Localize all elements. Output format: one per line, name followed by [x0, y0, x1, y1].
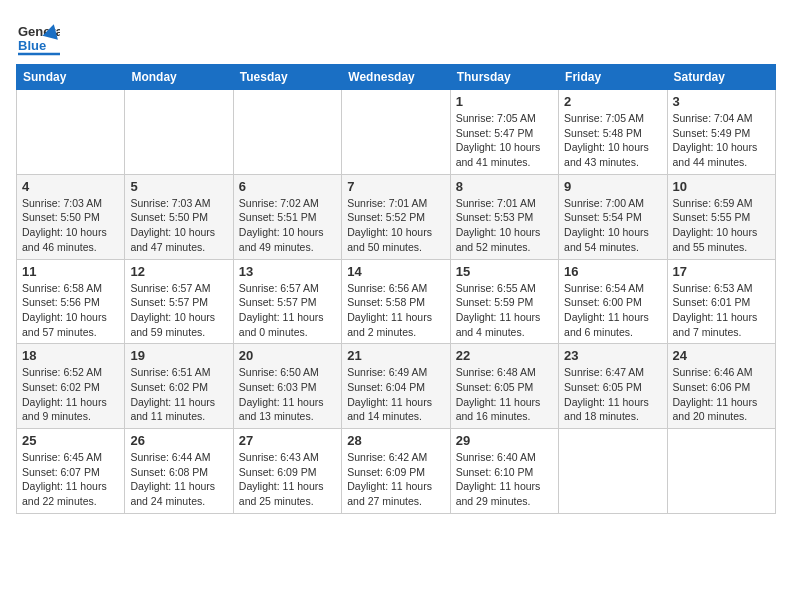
day-details: Sunrise: 6:46 AM Sunset: 6:06 PM Dayligh… [673, 365, 770, 424]
day-number: 26 [130, 433, 227, 448]
day-number: 10 [673, 179, 770, 194]
day-details: Sunrise: 6:55 AM Sunset: 5:59 PM Dayligh… [456, 281, 553, 340]
calendar-cell: 11Sunrise: 6:58 AM Sunset: 5:56 PM Dayli… [17, 259, 125, 344]
calendar-header: SundayMondayTuesdayWednesdayThursdayFrid… [17, 65, 776, 90]
week-row-4: 18Sunrise: 6:52 AM Sunset: 6:02 PM Dayli… [17, 344, 776, 429]
week-row-5: 25Sunrise: 6:45 AM Sunset: 6:07 PM Dayli… [17, 429, 776, 514]
day-number: 4 [22, 179, 119, 194]
day-details: Sunrise: 6:53 AM Sunset: 6:01 PM Dayligh… [673, 281, 770, 340]
day-number: 15 [456, 264, 553, 279]
calendar-cell: 26Sunrise: 6:44 AM Sunset: 6:08 PM Dayli… [125, 429, 233, 514]
day-number: 7 [347, 179, 444, 194]
day-details: Sunrise: 7:05 AM Sunset: 5:48 PM Dayligh… [564, 111, 661, 170]
day-details: Sunrise: 6:47 AM Sunset: 6:05 PM Dayligh… [564, 365, 661, 424]
calendar-cell: 28Sunrise: 6:42 AM Sunset: 6:09 PM Dayli… [342, 429, 450, 514]
day-details: Sunrise: 6:57 AM Sunset: 5:57 PM Dayligh… [239, 281, 336, 340]
page-header: General Blue [16, 16, 776, 60]
calendar-cell: 19Sunrise: 6:51 AM Sunset: 6:02 PM Dayli… [125, 344, 233, 429]
day-header-friday: Friday [559, 65, 667, 90]
day-details: Sunrise: 7:01 AM Sunset: 5:53 PM Dayligh… [456, 196, 553, 255]
calendar-cell: 2Sunrise: 7:05 AM Sunset: 5:48 PM Daylig… [559, 90, 667, 175]
day-header-monday: Monday [125, 65, 233, 90]
day-number: 5 [130, 179, 227, 194]
day-number: 20 [239, 348, 336, 363]
day-header-tuesday: Tuesday [233, 65, 341, 90]
day-details: Sunrise: 7:05 AM Sunset: 5:47 PM Dayligh… [456, 111, 553, 170]
day-details: Sunrise: 6:49 AM Sunset: 6:04 PM Dayligh… [347, 365, 444, 424]
calendar-cell: 8Sunrise: 7:01 AM Sunset: 5:53 PM Daylig… [450, 174, 558, 259]
day-details: Sunrise: 6:44 AM Sunset: 6:08 PM Dayligh… [130, 450, 227, 509]
calendar-cell [342, 90, 450, 175]
day-details: Sunrise: 7:03 AM Sunset: 5:50 PM Dayligh… [22, 196, 119, 255]
calendar-cell: 25Sunrise: 6:45 AM Sunset: 6:07 PM Dayli… [17, 429, 125, 514]
day-number: 27 [239, 433, 336, 448]
day-details: Sunrise: 6:52 AM Sunset: 6:02 PM Dayligh… [22, 365, 119, 424]
day-number: 13 [239, 264, 336, 279]
day-header-saturday: Saturday [667, 65, 775, 90]
calendar-cell: 13Sunrise: 6:57 AM Sunset: 5:57 PM Dayli… [233, 259, 341, 344]
calendar-cell: 21Sunrise: 6:49 AM Sunset: 6:04 PM Dayli… [342, 344, 450, 429]
calendar-cell [667, 429, 775, 514]
calendar-cell: 6Sunrise: 7:02 AM Sunset: 5:51 PM Daylig… [233, 174, 341, 259]
day-details: Sunrise: 7:04 AM Sunset: 5:49 PM Dayligh… [673, 111, 770, 170]
day-details: Sunrise: 6:58 AM Sunset: 5:56 PM Dayligh… [22, 281, 119, 340]
day-details: Sunrise: 7:02 AM Sunset: 5:51 PM Dayligh… [239, 196, 336, 255]
calendar-cell: 20Sunrise: 6:50 AM Sunset: 6:03 PM Dayli… [233, 344, 341, 429]
day-number: 3 [673, 94, 770, 109]
day-details: Sunrise: 6:56 AM Sunset: 5:58 PM Dayligh… [347, 281, 444, 340]
day-number: 29 [456, 433, 553, 448]
week-row-2: 4Sunrise: 7:03 AM Sunset: 5:50 PM Daylig… [17, 174, 776, 259]
calendar-cell [125, 90, 233, 175]
day-details: Sunrise: 7:01 AM Sunset: 5:52 PM Dayligh… [347, 196, 444, 255]
calendar-cell: 22Sunrise: 6:48 AM Sunset: 6:05 PM Dayli… [450, 344, 558, 429]
calendar-cell: 29Sunrise: 6:40 AM Sunset: 6:10 PM Dayli… [450, 429, 558, 514]
calendar-table: SundayMondayTuesdayWednesdayThursdayFrid… [16, 64, 776, 514]
day-number: 16 [564, 264, 661, 279]
week-row-1: 1Sunrise: 7:05 AM Sunset: 5:47 PM Daylig… [17, 90, 776, 175]
day-number: 6 [239, 179, 336, 194]
calendar-cell: 23Sunrise: 6:47 AM Sunset: 6:05 PM Dayli… [559, 344, 667, 429]
calendar-cell: 15Sunrise: 6:55 AM Sunset: 5:59 PM Dayli… [450, 259, 558, 344]
day-details: Sunrise: 6:42 AM Sunset: 6:09 PM Dayligh… [347, 450, 444, 509]
day-details: Sunrise: 7:03 AM Sunset: 5:50 PM Dayligh… [130, 196, 227, 255]
day-details: Sunrise: 7:00 AM Sunset: 5:54 PM Dayligh… [564, 196, 661, 255]
day-details: Sunrise: 6:54 AM Sunset: 6:00 PM Dayligh… [564, 281, 661, 340]
day-header-wednesday: Wednesday [342, 65, 450, 90]
calendar-cell: 17Sunrise: 6:53 AM Sunset: 6:01 PM Dayli… [667, 259, 775, 344]
day-number: 8 [456, 179, 553, 194]
calendar-cell: 9Sunrise: 7:00 AM Sunset: 5:54 PM Daylig… [559, 174, 667, 259]
header-row: SundayMondayTuesdayWednesdayThursdayFrid… [17, 65, 776, 90]
day-number: 22 [456, 348, 553, 363]
calendar-cell: 16Sunrise: 6:54 AM Sunset: 6:00 PM Dayli… [559, 259, 667, 344]
day-number: 9 [564, 179, 661, 194]
week-row-3: 11Sunrise: 6:58 AM Sunset: 5:56 PM Dayli… [17, 259, 776, 344]
calendar-cell [559, 429, 667, 514]
day-number: 1 [456, 94, 553, 109]
day-details: Sunrise: 6:45 AM Sunset: 6:07 PM Dayligh… [22, 450, 119, 509]
day-number: 2 [564, 94, 661, 109]
day-number: 25 [22, 433, 119, 448]
calendar-body: 1Sunrise: 7:05 AM Sunset: 5:47 PM Daylig… [17, 90, 776, 514]
calendar-cell: 3Sunrise: 7:04 AM Sunset: 5:49 PM Daylig… [667, 90, 775, 175]
calendar-cell: 24Sunrise: 6:46 AM Sunset: 6:06 PM Dayli… [667, 344, 775, 429]
day-number: 17 [673, 264, 770, 279]
calendar-cell: 1Sunrise: 7:05 AM Sunset: 5:47 PM Daylig… [450, 90, 558, 175]
calendar-cell: 18Sunrise: 6:52 AM Sunset: 6:02 PM Dayli… [17, 344, 125, 429]
calendar-cell: 4Sunrise: 7:03 AM Sunset: 5:50 PM Daylig… [17, 174, 125, 259]
day-number: 18 [22, 348, 119, 363]
day-number: 14 [347, 264, 444, 279]
calendar-cell: 27Sunrise: 6:43 AM Sunset: 6:09 PM Dayli… [233, 429, 341, 514]
day-details: Sunrise: 6:59 AM Sunset: 5:55 PM Dayligh… [673, 196, 770, 255]
day-details: Sunrise: 6:51 AM Sunset: 6:02 PM Dayligh… [130, 365, 227, 424]
day-details: Sunrise: 6:48 AM Sunset: 6:05 PM Dayligh… [456, 365, 553, 424]
logo-icon: General Blue [16, 16, 60, 60]
day-header-sunday: Sunday [17, 65, 125, 90]
day-details: Sunrise: 6:43 AM Sunset: 6:09 PM Dayligh… [239, 450, 336, 509]
day-details: Sunrise: 6:40 AM Sunset: 6:10 PM Dayligh… [456, 450, 553, 509]
day-number: 19 [130, 348, 227, 363]
day-number: 23 [564, 348, 661, 363]
svg-text:Blue: Blue [18, 38, 46, 53]
calendar-cell: 12Sunrise: 6:57 AM Sunset: 5:57 PM Dayli… [125, 259, 233, 344]
day-number: 12 [130, 264, 227, 279]
calendar-cell [17, 90, 125, 175]
